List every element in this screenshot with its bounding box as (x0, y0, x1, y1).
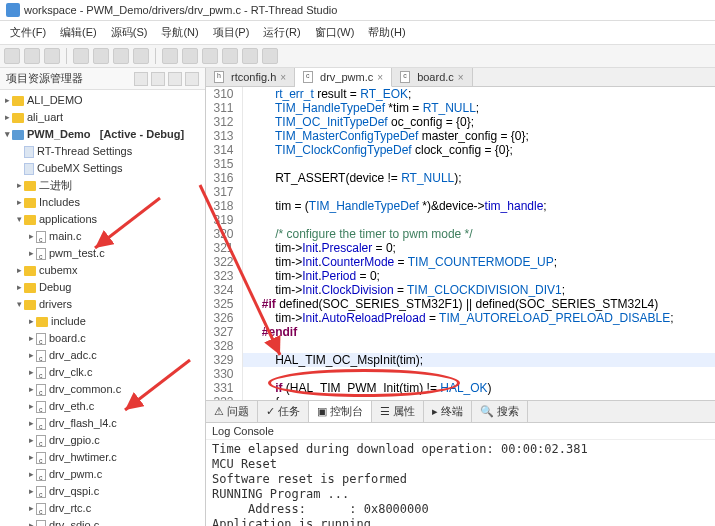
close-icon[interactable]: × (458, 72, 464, 83)
tree-file[interactable]: ▸drv_flash_l4.c (0, 415, 205, 432)
tree-item-rt-settings[interactable]: RT-Thread Settings (0, 143, 205, 160)
toolbar-button[interactable] (4, 48, 20, 64)
tree-file[interactable]: ▸drv_clk.c (0, 364, 205, 381)
collapse-all-icon[interactable] (151, 72, 165, 86)
tab-properties[interactable]: ☰ 属性 (372, 401, 424, 422)
tree-file[interactable]: ▸drv_hwtimer.c (0, 449, 205, 466)
toolbar-button[interactable] (93, 48, 109, 64)
tree-folder[interactable]: ▾applications (0, 211, 205, 228)
toolbar-button[interactable] (202, 48, 218, 64)
toolbar-button[interactable] (162, 48, 178, 64)
menu-navigate[interactable]: 导航(N) (155, 23, 204, 42)
toolbar-button[interactable] (133, 48, 149, 64)
toolbar-button[interactable] (242, 48, 258, 64)
panel-title: 项目资源管理器 (6, 71, 131, 86)
tree-file[interactable]: ▸drv_rtc.c (0, 500, 205, 517)
tab-search[interactable]: 🔍 搜索 (472, 401, 528, 422)
tree-file[interactable]: ▸drv_sdio.c (0, 517, 205, 526)
tree-folder[interactable]: ▸include (0, 313, 205, 330)
tree-folder-drivers[interactable]: ▾drivers (0, 296, 205, 313)
menu-edit[interactable]: 编辑(E) (54, 23, 103, 42)
project-explorer-panel: 项目资源管理器 ▸ALI_DEMO ▸ali_uart ▾PWM_Demo [A… (0, 68, 206, 526)
tree-file[interactable]: ▸drv_qspi.c (0, 483, 205, 500)
toolbar-button[interactable] (222, 48, 238, 64)
menu-run[interactable]: 运行(R) (257, 23, 306, 42)
close-icon[interactable]: × (280, 72, 286, 83)
tree-file[interactable]: ▸drv_adc.c (0, 347, 205, 364)
tree-project-active[interactable]: ▾PWM_Demo [Active - Debug] (0, 126, 205, 143)
tree-file-drv-pwm[interactable]: ▸drv_pwm.c (0, 466, 205, 483)
tree-folder[interactable]: ▸Debug (0, 279, 205, 296)
toolbar-button[interactable] (73, 48, 89, 64)
panel-header: 项目资源管理器 (0, 68, 205, 90)
menu-help[interactable]: 帮助(H) (362, 23, 411, 42)
tree-file[interactable]: ▸board.c (0, 330, 205, 347)
tree-folder[interactable]: ▸ali_uart (0, 109, 205, 126)
toolbar-button[interactable] (182, 48, 198, 64)
view-menu-icon[interactable] (168, 72, 182, 86)
tree-folder[interactable]: ▸ALI_DEMO (0, 92, 205, 109)
tree-item-cubemx-settings[interactable]: CubeMX Settings (0, 160, 205, 177)
editor-area: rtconfig.h× drv_pwm.c× board.c× 310 rt_e… (206, 68, 715, 526)
toolbar-button[interactable] (44, 48, 60, 64)
tab-board[interactable]: board.c× (392, 68, 473, 86)
console-header: Log Console (206, 423, 715, 440)
menu-window[interactable]: 窗口(W) (309, 23, 361, 42)
toolbar-button[interactable] (262, 48, 278, 64)
minimize-icon[interactable] (185, 72, 199, 86)
tab-rtconfig[interactable]: rtconfig.h× (206, 68, 295, 86)
menu-source[interactable]: 源码(S) (105, 23, 154, 42)
tree-folder[interactable]: ▸cubemx (0, 262, 205, 279)
project-tree[interactable]: ▸ALI_DEMO ▸ali_uart ▾PWM_Demo [Active - … (0, 90, 205, 526)
editor-tab-bar: rtconfig.h× drv_pwm.c× board.c× (206, 68, 715, 87)
tab-terminal[interactable]: ▸ 终端 (424, 401, 472, 422)
link-with-editor-icon[interactable] (134, 72, 148, 86)
window-title: workspace - PWM_Demo/drivers/drv_pwm.c -… (24, 4, 337, 16)
tab-drv-pwm[interactable]: drv_pwm.c× (295, 68, 392, 87)
tree-file[interactable]: ▸drv_eth.c (0, 398, 205, 415)
tree-folder[interactable]: ▸二进制 (0, 177, 205, 194)
tree-file[interactable]: ▸drv_common.c (0, 381, 205, 398)
console-output[interactable]: Time elapsed during download operation: … (206, 440, 715, 526)
window-titlebar: workspace - PWM_Demo/drivers/drv_pwm.c -… (0, 0, 715, 21)
toolbar-button[interactable] (24, 48, 40, 64)
menu-file[interactable]: 文件(F) (4, 23, 52, 42)
tree-file[interactable]: ▸drv_gpio.c (0, 432, 205, 449)
tree-folder[interactable]: ▸Includes (0, 194, 205, 211)
tab-console[interactable]: ▣ 控制台 (309, 401, 372, 422)
tab-problems[interactable]: ⚠ 问题 (206, 401, 258, 422)
menu-project[interactable]: 项目(P) (207, 23, 256, 42)
main-toolbar (0, 45, 715, 68)
menubar: 文件(F) 编辑(E) 源码(S) 导航(N) 项目(P) 运行(R) 窗口(W… (0, 21, 715, 45)
close-icon[interactable]: × (377, 72, 383, 83)
tree-file[interactable]: ▸pwm_test.c (0, 245, 205, 262)
code-editor[interactable]: 310 rt_err_t result = RT_EOK;311 TIM_Han… (206, 87, 715, 400)
app-icon (6, 3, 20, 17)
tree-file[interactable]: ▸main.c (0, 228, 205, 245)
tab-tasks[interactable]: ✓ 任务 (258, 401, 309, 422)
toolbar-button[interactable] (113, 48, 129, 64)
bottom-view-tabs: ⚠ 问题 ✓ 任务 ▣ 控制台 ☰ 属性 ▸ 终端 🔍 搜索 (206, 400, 715, 423)
